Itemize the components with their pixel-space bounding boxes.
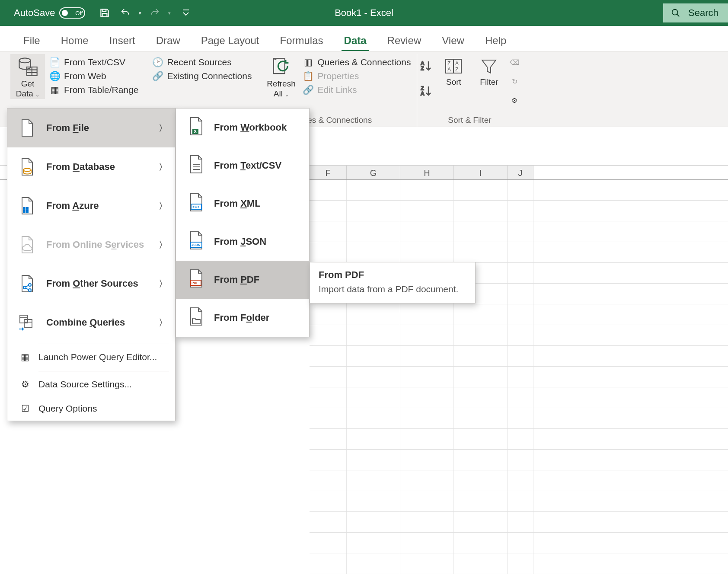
- table-row[interactable]: [310, 387, 728, 408]
- col-header[interactable]: H: [400, 166, 454, 179]
- table-row[interactable]: [310, 491, 728, 512]
- submenu-from-folder-label: From Folder: [214, 312, 269, 323]
- submenu-from-workbook-label: From Workbook: [214, 122, 287, 133]
- menu-from-other-sources[interactable]: From Other Sources 〉: [7, 264, 175, 303]
- qat-customize-icon[interactable]: [179, 6, 193, 20]
- table-row[interactable]: [310, 325, 728, 346]
- undo-button[interactable]: [118, 6, 133, 20]
- menu-from-azure[interactable]: From Azure 〉: [7, 186, 175, 225]
- tab-data[interactable]: Data: [334, 29, 377, 51]
- tab-view[interactable]: View: [431, 29, 475, 51]
- get-data-button[interactable]: GetData ⌄: [10, 54, 45, 99]
- recent-icon: 🕑: [152, 57, 163, 68]
- col-header[interactable]: G: [347, 166, 400, 179]
- submenu-from-json[interactable]: JSON From JSON: [176, 223, 309, 261]
- reapply-icon[interactable]: ↻: [509, 76, 520, 87]
- queries-connections-button[interactable]: ▥Queries & Connections: [303, 57, 411, 68]
- autosave-toggle[interactable]: Off: [59, 7, 85, 19]
- table-row[interactable]: [310, 470, 728, 491]
- chevron-right-icon: 〉: [159, 161, 167, 173]
- edit-links-icon: 🔗: [303, 84, 314, 96]
- sort-asc-icon[interactable]: AZ: [419, 58, 434, 73]
- table-row[interactable]: [310, 201, 728, 221]
- svg-text:JSON: JSON: [192, 243, 200, 247]
- refresh-all-button[interactable]: RefreshAll ⌄: [264, 54, 298, 99]
- database-grid-icon: [16, 56, 39, 78]
- menu-combine-queries-label: Combine Queries: [46, 317, 125, 328]
- clear-filter-icon[interactable]: ⌫: [509, 57, 520, 68]
- redo-button[interactable]: [147, 6, 162, 20]
- existing-connections-button[interactable]: 🔗Existing Connections: [152, 70, 252, 82]
- autosave[interactable]: AutoSave Off: [14, 7, 85, 19]
- table-row[interactable]: [310, 367, 728, 387]
- sort-desc-icon[interactable]: ZA: [419, 83, 434, 98]
- col-header[interactable]: F: [310, 166, 347, 179]
- tab-page-layout[interactable]: Page Layout: [191, 29, 270, 51]
- tab-draw[interactable]: Draw: [146, 29, 191, 51]
- tab-insert[interactable]: Insert: [99, 29, 146, 51]
- redo-dropdown-icon[interactable]: ▾: [168, 10, 171, 16]
- properties-label: Properties: [317, 71, 359, 81]
- menu-launch-pq-label: Launch Power Query Editor...: [38, 352, 157, 362]
- table-row[interactable]: [310, 304, 728, 325]
- search-box[interactable]: Search: [663, 3, 728, 22]
- from-text-csv-label: From Text/CSV: [64, 57, 125, 67]
- tab-home[interactable]: Home: [51, 29, 99, 51]
- chevron-right-icon: 〉: [159, 278, 167, 290]
- tab-help[interactable]: Help: [475, 29, 517, 51]
- table-row[interactable]: [310, 346, 728, 367]
- submenu-from-workbook[interactable]: X From Workbook: [176, 109, 309, 147]
- menu-from-database[interactable]: From Database 〉: [7, 147, 175, 186]
- table-row[interactable]: [310, 180, 728, 201]
- recent-sources-button[interactable]: 🕑Recent Sources: [152, 57, 252, 68]
- save-button[interactable]: [97, 6, 112, 20]
- table-row[interactable]: [310, 553, 728, 574]
- from-text-csv-button[interactable]: 📄From Text/CSV: [49, 57, 138, 68]
- tooltip-title: From PDF: [319, 269, 466, 281]
- excel-file-icon: X: [187, 117, 204, 138]
- submenu-from-xml[interactable]: <⊕> From XML: [176, 185, 309, 223]
- table-row[interactable]: [310, 408, 728, 429]
- table-row[interactable]: [310, 429, 728, 450]
- quick-access-toolbar: ▾ ▾: [97, 6, 193, 20]
- submenu-from-pdf[interactable]: PDF From PDF: [176, 261, 309, 299]
- svg-rect-0: [102, 9, 106, 11]
- advanced-filter-icon[interactable]: ⚙: [509, 95, 520, 106]
- from-web-label: From Web: [64, 71, 106, 81]
- filter-button[interactable]: Filter: [473, 54, 504, 87]
- table-row[interactable]: [310, 221, 728, 242]
- undo-dropdown-icon[interactable]: ▾: [139, 10, 141, 16]
- table-row[interactable]: [310, 533, 728, 553]
- group-sort-filter: AZ ZA ZAAZ Sort Filter ⌫ ↻ ⚙ Sort & Filt…: [417, 54, 526, 127]
- table-row[interactable]: [310, 242, 728, 263]
- table-row[interactable]: [310, 512, 728, 533]
- submenu-from-xml-label: From XML: [214, 198, 261, 209]
- tab-formulas[interactable]: Formulas: [270, 29, 334, 51]
- autosave-toggle-knob: [62, 10, 68, 16]
- menu-combine-queries[interactable]: Combine Queries 〉: [7, 303, 175, 342]
- table-row[interactable]: [310, 450, 728, 470]
- ribbon-tabs: File Home Insert Draw Page Layout Formul…: [0, 26, 728, 51]
- menu-from-file[interactable]: From File 〉: [7, 109, 175, 147]
- azure-icon: [18, 196, 37, 215]
- search-icon: [671, 8, 680, 18]
- menu-launch-pq-editor[interactable]: ▦ Launch Power Query Editor...: [7, 345, 175, 369]
- menu-query-options[interactable]: ☑ Query Options: [7, 396, 175, 421]
- col-header[interactable]: I: [454, 166, 508, 179]
- svg-text:A: A: [447, 67, 451, 73]
- submenu-from-json-label: From JSON: [214, 236, 266, 247]
- submenu-from-folder[interactable]: From Folder: [176, 299, 309, 337]
- get-data-menu: From File 〉 From Database 〉 From Azure 〉…: [7, 108, 176, 421]
- tooltip-from-pdf: From PDF Import data from a PDF document…: [310, 262, 476, 303]
- from-table-range-button[interactable]: ▦From Table/Range: [49, 84, 138, 96]
- tab-review[interactable]: Review: [377, 29, 432, 51]
- menu-data-source-settings[interactable]: ⚙ Data Source Settings...: [7, 372, 175, 396]
- other-sources-icon: [18, 274, 37, 293]
- menu-from-azure-label: From Azure: [46, 200, 99, 211]
- sort-button[interactable]: ZAAZ Sort: [438, 54, 469, 87]
- submenu-from-text-csv[interactable]: From Text/CSV: [176, 147, 309, 185]
- chevron-down-icon: ⌄: [285, 92, 289, 97]
- from-web-button[interactable]: 🌐From Web: [49, 70, 138, 82]
- col-header[interactable]: J: [508, 166, 533, 179]
- tab-file[interactable]: File: [13, 29, 51, 51]
